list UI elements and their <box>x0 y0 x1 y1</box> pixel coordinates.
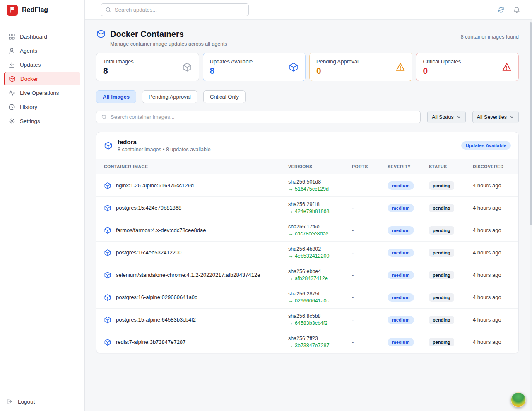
stat-label: Pending Approval <box>316 58 359 65</box>
severity-badge: medium <box>388 338 414 346</box>
sidebar-item-docker[interactable]: Docker <box>4 72 80 85</box>
discovered-value: 4 hours ago <box>473 197 518 219</box>
table-row[interactable]: postgres:15-alpine:64583b3cb4f2 sha256:8… <box>96 309 518 331</box>
container-search-input[interactable] <box>111 114 416 120</box>
sidebar-item-label: History <box>20 104 37 110</box>
app-shell: RedFlag Dashboard Agents Updates Docker … <box>0 0 532 411</box>
group-name: fedora <box>118 138 211 145</box>
ports-value: - <box>352 197 388 219</box>
group-header: fedora 8 container images • 8 updates av… <box>96 132 518 159</box>
severity-select[interactable]: All Severities <box>472 111 519 123</box>
severity-badge: medium <box>388 316 414 324</box>
version-current: sha256:501d8 <box>288 179 349 185</box>
global-search[interactable] <box>101 3 249 16</box>
cube-icon <box>104 249 111 256</box>
container-image-name: postgres:15:424e79b81868 <box>116 205 181 211</box>
severity-badge: medium <box>388 204 414 212</box>
ports-value: - <box>352 219 388 242</box>
discovered-value: 4 hours ago <box>473 242 518 264</box>
cube-icon <box>289 62 298 72</box>
refresh-icon[interactable] <box>497 6 505 14</box>
scrollbar <box>530 20 532 411</box>
sidebar-item-updates[interactable]: Updates <box>4 58 80 71</box>
logout-icon <box>7 398 13 405</box>
stat-card-critical-updates: Critical Updates 0 <box>416 53 519 81</box>
bell-icon[interactable] <box>513 6 520 14</box>
sidebar-item-label: Live Operations <box>20 90 59 96</box>
logout-button[interactable]: Logout <box>7 398 78 405</box>
stat-value: 0 <box>423 66 461 76</box>
container-image-name: postgres:16:4eb532412200 <box>116 249 181 256</box>
container-search[interactable] <box>96 111 421 123</box>
sidebar-item-label: Agents <box>20 48 37 54</box>
search-icon <box>101 114 107 120</box>
cube-icon <box>104 271 111 279</box>
version-new: → 4eb532412200 <box>288 253 349 259</box>
ports-value: - <box>352 309 388 331</box>
version-current: sha256:2875f <box>288 291 349 297</box>
discovered-value: 4 hours ago <box>473 309 518 331</box>
status-badge: pending <box>429 249 454 257</box>
logout-label: Logout <box>18 399 35 405</box>
sidebar-item-history[interactable]: History <box>4 100 80 114</box>
warning-triangle-icon <box>395 62 405 72</box>
sidebar-item-settings[interactable]: Settings <box>4 114 80 128</box>
status-badge: pending <box>429 204 454 212</box>
tab-pending-approval[interactable]: Pending Approval <box>142 90 197 103</box>
status-badge: pending <box>429 293 454 302</box>
version-current: sha256:4b802 <box>288 246 349 252</box>
table-row[interactable]: postgres:15:424e79b81868 sha256:29f18 → … <box>96 197 518 219</box>
ports-value: - <box>352 286 388 309</box>
stat-value: 0 <box>316 66 359 76</box>
filter-tabs: All Images Pending Approval Critical Onl… <box>96 90 519 103</box>
table-row[interactable]: selenium/standalone-chrome:4.1.2-2022021… <box>96 264 518 286</box>
severity-badge: medium <box>388 249 414 257</box>
page-title: Docker Containers <box>110 29 184 39</box>
floating-widget-button[interactable] <box>511 392 526 407</box>
table-row[interactable]: redis:7-alpine:3b73847e7287 sha256:7ff23… <box>96 331 518 353</box>
sidebar-item-label: Settings <box>20 118 40 124</box>
download-icon <box>8 61 15 68</box>
cube-icon <box>104 316 111 324</box>
images-found-count: 8 container images found <box>461 29 519 40</box>
severity-badge: medium <box>388 271 414 279</box>
version-current: sha256:ebbe4 <box>288 268 349 274</box>
sidebar-footer: Logout <box>0 392 84 411</box>
container-image-name: nginx:1.25-alpine:516475cc129d <box>116 182 194 189</box>
sidebar-item-agents[interactable]: Agents <box>4 44 80 57</box>
sidebar-item-dashboard[interactable]: Dashboard <box>4 30 80 43</box>
brand: RedFlag <box>0 0 84 20</box>
table-row[interactable]: farmos/farmos:4.x-dev:cdc78cee8dae sha25… <box>96 219 518 242</box>
sidebar-item-label: Updates <box>20 62 41 68</box>
global-search-input[interactable] <box>115 7 244 13</box>
status-select[interactable]: All Status <box>427 111 466 123</box>
sidebar-item-live-operations[interactable]: Live Operations <box>4 86 80 99</box>
status-badge: pending <box>429 271 454 279</box>
version-new: → 029660641a0c <box>288 298 349 304</box>
gear-icon <box>8 118 15 125</box>
sidebar-item-label: Dashboard <box>20 34 47 40</box>
content: Docker Containers Manage container image… <box>85 20 532 411</box>
filter-row: All Status All Severities <box>96 111 519 123</box>
scrollbar-thumb[interactable] <box>530 22 532 225</box>
status-select-value: All Status <box>432 114 454 120</box>
cube-icon <box>104 338 111 346</box>
cube-icon <box>104 294 111 301</box>
tab-all-images[interactable]: All Images <box>96 90 136 103</box>
table-row[interactable]: postgres:16-alpine:029660641a0c sha256:2… <box>96 286 518 309</box>
discovered-value: 4 hours ago <box>473 331 518 353</box>
severity-badge: medium <box>388 181 414 190</box>
container-image-name: postgres:16-alpine:029660641a0c <box>116 294 197 300</box>
sidebar: RedFlag Dashboard Agents Updates Docker … <box>0 0 85 411</box>
discovered-value: 4 hours ago <box>473 264 518 286</box>
grid-icon <box>8 33 15 40</box>
tab-critical-only[interactable]: Critical Only <box>203 90 246 103</box>
status-badge: pending <box>429 226 454 235</box>
cube-icon <box>104 141 113 150</box>
table-row[interactable]: nginx:1.25-alpine:516475cc129d sha256:50… <box>96 174 518 197</box>
table-row[interactable]: postgres:16:4eb532412200 sha256:4b802 → … <box>96 242 518 264</box>
status-badge: pending <box>429 181 454 190</box>
table-body: nginx:1.25-alpine:516475cc129d sha256:50… <box>96 174 518 353</box>
sidebar-nav: Dashboard Agents Updates Docker Live Ope… <box>0 20 84 128</box>
image-group-card: fedora 8 container images • 8 updates av… <box>96 132 519 353</box>
